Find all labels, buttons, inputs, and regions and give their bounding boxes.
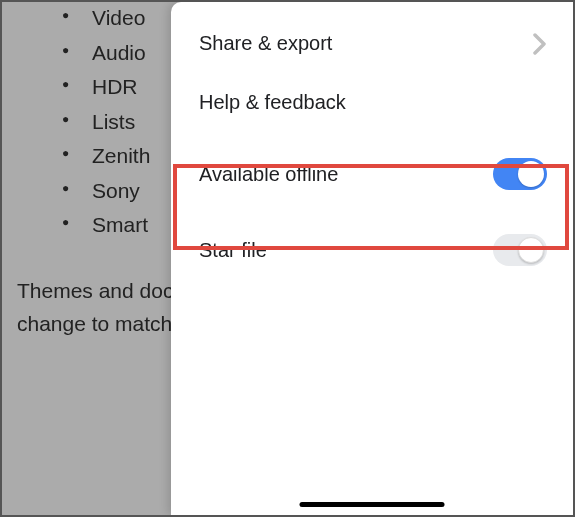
outer-frame <box>0 0 575 517</box>
